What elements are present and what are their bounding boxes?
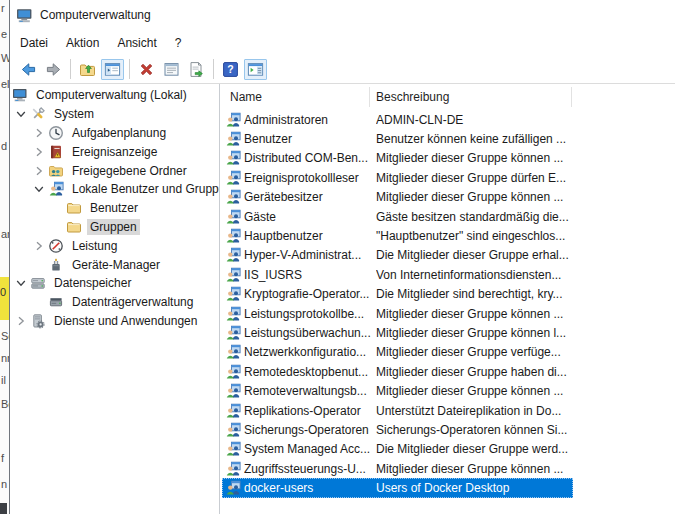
menu-datei[interactable]: Datei [11,32,57,54]
group-description: Die Mitglieder sind berechtigt, kry... [376,287,572,301]
group-icon [225,228,241,244]
arrow-left-icon [20,61,37,78]
group-description: Sicherungs-Operatoren können Si... [376,423,572,437]
list-row-leistungs-berwachun[interactable]: Leistungsüberwachun... Mitglieder dieser… [222,323,573,342]
tree-item-gruppen[interactable]: Gruppen [10,218,219,237]
forward-button[interactable] [42,59,65,80]
tree-item-label: Datenträgerverwaltung [69,294,196,310]
tree-item-datentr-gerverwaltung[interactable]: Datenträgerverwaltung [10,293,219,312]
group-name: Gäste [244,210,373,224]
list-row-ereignisprotokollleser[interactable]: Ereignisprotokollleser Mitglieder dieser… [222,168,573,187]
group-description: Gäste besitzen standardmäßig die... [376,210,572,224]
group-name: Administratoren [244,113,373,127]
tree-item-label: Geräte-Manager [69,257,163,273]
show-console-tree-button[interactable] [101,59,124,80]
properties-icon [163,61,180,78]
list-row-zugriffssteuerungs-u[interactable]: Zugriffssteuerungs-U... Mitglieder diese… [222,459,573,478]
back-button[interactable] [17,59,40,80]
console-tree-icon [104,61,121,78]
menu-ansicht[interactable]: Ansicht [108,32,165,54]
action-pane-icon [247,61,264,78]
tree-item-computerverwaltung-lokal[interactable]: Computerverwaltung (Lokal) [10,86,219,105]
delete-x-icon [138,61,155,78]
group-name: Benutzer [244,132,373,146]
title-bar[interactable]: Computerverwaltung [10,0,675,30]
details-pane: Name Beschreibung Administratoren ADMIN-… [220,84,675,514]
chevron-icon[interactable] [30,128,48,138]
list-row-hauptbenutzer[interactable]: Hauptbenutzer "Hauptbenutzer" sind einge… [222,226,573,245]
tree-item-datenspeicher[interactable]: Datenspeicher [10,274,219,293]
group-description: Von Internetinformationsdiensten... [376,268,572,282]
tree-item-system[interactable]: System [10,105,219,124]
group-name: Remoteverwaltungsb... [244,384,373,398]
group-name: Netzwerkkonfiguratio... [244,345,373,359]
tree-item-aufgabenplanung[interactable]: Aufgabenplanung [10,124,219,143]
list-row-docker-users[interactable]: docker-users Users of Docker Desktop [222,478,573,497]
tree-item-ereignisanzeige[interactable]: Ereignisanzeige [10,142,219,161]
properties-button[interactable] [160,59,183,80]
list-row-sicherungs-operatoren[interactable]: Sicherungs-Operatoren Sicherungs-Operato… [222,420,573,439]
show-action-pane-button[interactable] [244,59,267,80]
group-name: IIS_IUSRS [244,268,373,282]
list-row-remoteverwaltungsb[interactable]: Remoteverwaltungsb... Mitglieder dieser … [222,381,573,400]
chevron-icon[interactable] [30,166,48,176]
group-description: Unterstützt Dateireplikation in Do... [376,404,572,418]
background-dark-fragment [0,503,7,514]
list-row-benutzer[interactable]: Benutzer Benutzer können keine zufällige… [222,129,573,148]
list-row-netzwerkkonfiguratio[interactable]: Netzwerkkonfiguratio... Mitglieder diese… [222,343,573,362]
chevron-icon[interactable] [30,241,48,251]
up-one-level-button[interactable] [76,59,99,80]
menu-aktion[interactable]: Aktion [57,32,108,54]
computer-icon [12,87,28,103]
list-row-hyper-v-administrat[interactable]: Hyper-V-Administrat... Die Mitglieder di… [222,246,573,265]
group-name: docker-users [244,481,373,495]
group-description: Mitglieder dieser Gruppe dürfen E... [376,171,572,185]
list-row-replikations-operator[interactable]: Replikations-Operator Unterstützt Dateir… [222,401,573,420]
chevron-icon[interactable] [12,109,30,119]
group-icon [225,364,241,380]
folder-icon [66,200,82,216]
chevron-icon[interactable] [30,184,48,194]
group-description: Mitglieder dieser Gruppe können ... [376,151,572,165]
group-icon [225,461,241,477]
chevron-icon[interactable] [30,147,48,157]
folder-icon [66,219,82,235]
menu-hilfe[interactable]: ? [166,32,191,54]
list-row-iis-iusrs[interactable]: IIS_IUSRS Von Internetinformationsdienst… [222,265,573,284]
column-header-beschreibung[interactable]: Beschreibung [370,87,572,107]
tree-item-benutzer[interactable]: Benutzer [10,199,219,218]
group-name: Kryptografie-Operator... [244,287,373,301]
tree-item-ger-te-manager[interactable]: Geräte-Manager [10,255,219,274]
help-icon [222,61,239,78]
tree-item-dienste-und-anwendungen[interactable]: Dienste und Anwendungen [10,312,219,331]
list-row-distributed-com-ben[interactable]: Distributed COM-Ben... Mitglieder dieser… [222,149,573,168]
help-button[interactable] [219,59,242,80]
list-row-leistungsprotokollbe[interactable]: Leistungsprotokollbe... Mitglieder diese… [222,304,573,323]
background-text-fragment: n [1,478,7,490]
list-row-ger-tebesitzer[interactable]: Gerätebesitzer Mitglieder dieser Gruppe … [222,188,573,207]
tree-item-freigegebene-ordner[interactable]: Freigegebene Ordner [10,161,219,180]
group-description: Mitglieder dieser Gruppe verfüge... [376,345,572,359]
column-header-name[interactable]: Name [222,87,370,107]
delete-button[interactable] [135,59,158,80]
list-row-kryptografie-operator[interactable]: Kryptografie-Operator... Die Mitglieder … [222,285,573,304]
tree-item-label: Gruppen [87,219,140,235]
group-icon [225,306,241,322]
tree-item-label: Computerverwaltung (Lokal) [33,87,190,103]
tree-item-lokale-benutzer-und-gruppen[interactable]: Lokale Benutzer und Gruppen [10,180,219,199]
list-row-g-ste[interactable]: Gäste Gäste besitzen standardmäßig die..… [222,207,573,226]
background-text-fragment: Be [1,398,9,410]
tree-item-label: System [51,106,97,122]
export-list-button[interactable] [185,59,208,80]
chevron-icon[interactable] [12,316,30,326]
tree-item-leistung[interactable]: Leistung [10,236,219,255]
chevron-icon[interactable] [12,278,30,288]
background-text-fragment: W [1,52,9,64]
list-row-remotedesktopbenut[interactable]: Remotedesktopbenut... Mitglieder dieser … [222,362,573,381]
list-row-system-managed-acc[interactable]: System Managed Acc... Die Mitglieder die… [222,440,573,459]
background-text-fragment: r [1,2,5,14]
tree-item-label: Freigegebene Ordner [69,163,190,179]
menubar: Datei Aktion Ansicht ? [10,30,675,55]
storage-icon [30,275,46,291]
list-row-administratoren[interactable]: Administratoren ADMIN-CLN-DE [222,110,573,129]
